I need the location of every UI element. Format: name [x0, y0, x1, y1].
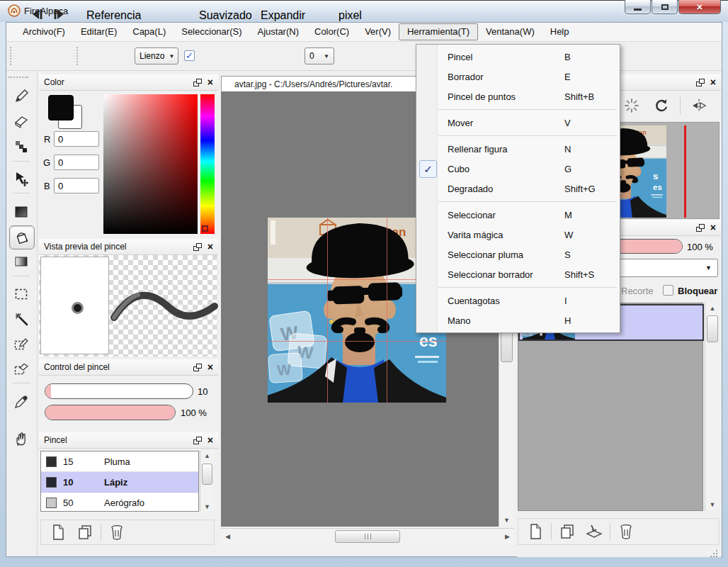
b-value-input[interactable]: [54, 178, 99, 193]
menu-item-cuentagotas[interactable]: Cuentagotas I: [416, 291, 620, 310]
scroll-down-icon[interactable]: ▼: [499, 515, 514, 525]
eraser-tool-button[interactable]: [9, 110, 33, 133]
reset-rotation-button[interactable]: [650, 95, 673, 116]
brush-opacity-slider[interactable]: [45, 405, 176, 420]
float-panel-icon[interactable]: [696, 79, 705, 86]
menu-capa[interactable]: Capa(L): [125, 23, 174, 40]
eyedropper-tool-button[interactable]: [9, 391, 33, 413]
expandir-dropdown[interactable]: 0 ▼: [305, 47, 334, 64]
gradient-tool-button[interactable]: [9, 250, 33, 273]
menu-item-seleccionar-pluma[interactable]: Seleccionar pluma S: [416, 245, 620, 264]
toolstrip-drag-handle[interactable]: [8, 77, 28, 78]
maximize-button[interactable]: [652, 0, 678, 14]
foreground-color-swatch[interactable]: [48, 95, 74, 120]
prev-reference-button[interactable]: [27, 5, 47, 23]
delete-layer-button[interactable]: [615, 521, 637, 542]
select-pen-tool-button[interactable]: [9, 332, 33, 355]
select-eraser-tool-button[interactable]: [9, 357, 33, 380]
next-reference-button[interactable]: [50, 5, 69, 23]
brush-row-aerografo[interactable]: 50 Aerógrafo: [41, 493, 198, 512]
referencia-dropdown[interactable]: Lienzo ▼: [135, 47, 178, 64]
menu-item-borrador[interactable]: Borrador E: [416, 67, 620, 86]
hue-selector[interactable]: [202, 225, 208, 232]
float-panel-icon[interactable]: [193, 243, 202, 251]
filled-rectangle-icon: [13, 203, 30, 220]
toolbar-drag-handle[interactable]: [10, 47, 11, 65]
suavizado-checkbox[interactable]: ✓: [184, 50, 195, 61]
menu-item-cubo[interactable]: ✓ Cubo G: [416, 159, 620, 179]
g-value-input[interactable]: [54, 155, 99, 170]
scrollbar-thumb[interactable]: [707, 315, 718, 342]
magic-wand-tool-button[interactable]: [9, 308, 33, 330]
fill-shape-tool-button[interactable]: [9, 201, 33, 223]
add-brush-button[interactable]: [47, 522, 69, 543]
canvas-hscroll-thumb[interactable]: [335, 530, 400, 543]
brush-size-slider[interactable]: [45, 383, 193, 399]
brush-control-panel-header: Control del pincel ×: [39, 359, 218, 376]
brush-row-pluma[interactable]: 15 Pluma: [41, 451, 198, 472]
flip-horizontal-button[interactable]: [688, 95, 710, 116]
menu-item-rellenar-figura[interactable]: Rellenar figura N: [416, 139, 620, 159]
move-tool-button[interactable]: [9, 168, 33, 191]
menu-ventana[interactable]: Ventana(W): [478, 23, 542, 40]
scroll-down-icon[interactable]: ▼: [705, 499, 720, 510]
close-panel-icon[interactable]: ×: [207, 242, 213, 251]
menu-item-mover[interactable]: Mover V: [416, 113, 620, 133]
scroll-down-icon[interactable]: ▼: [200, 502, 214, 512]
menu-editar[interactable]: Editar(E): [73, 23, 125, 40]
float-panel-icon[interactable]: [696, 224, 705, 232]
toolbar-drag-handle-2[interactable]: [76, 47, 78, 65]
scroll-up-icon[interactable]: ▲: [200, 451, 214, 461]
scroll-left-icon[interactable]: ◀: [222, 529, 233, 544]
layer-list[interactable]: [518, 303, 703, 511]
menu-ajustar[interactable]: Ajustar(N): [249, 23, 307, 40]
scrollbar-thumb[interactable]: [202, 464, 212, 485]
close-panel-icon[interactable]: ×: [710, 223, 716, 232]
minimize-button[interactable]: [625, 0, 651, 14]
menu-ver[interactable]: Ver(V): [357, 23, 399, 40]
scroll-up-icon[interactable]: ▲: [705, 303, 720, 313]
r-value-input[interactable]: [54, 131, 99, 147]
layer-list-scrollbar[interactable]: ▲ ▼: [705, 303, 720, 511]
close-panel-icon[interactable]: ×: [207, 436, 213, 444]
menu-item-varita-magica[interactable]: Varita mágica W: [416, 225, 620, 245]
menu-herramienta[interactable]: Herramienta(T): [399, 23, 478, 40]
delete-brush-button[interactable]: [106, 522, 128, 543]
bucket-tool-button[interactable]: [9, 225, 35, 249]
menu-seleccionar[interactable]: Seleccionar(S): [174, 23, 249, 40]
float-panel-icon[interactable]: [193, 437, 202, 444]
resize-grip[interactable]: [710, 547, 718, 554]
float-panel-icon[interactable]: [193, 79, 202, 86]
float-panel-icon[interactable]: [193, 364, 202, 371]
scroll-right-icon[interactable]: ▶: [502, 529, 513, 544]
menu-item-mano[interactable]: Mano H: [416, 310, 620, 330]
duplicate-layer-button[interactable]: [556, 521, 579, 542]
select-tool-button[interactable]: [9, 283, 33, 305]
brush-list-scrollbar[interactable]: ▲ ▼: [200, 451, 214, 512]
close-panel-icon[interactable]: ×: [207, 78, 213, 86]
close-button[interactable]: ×: [678, 0, 721, 14]
menu-item-pincel[interactable]: Pincel B: [416, 47, 620, 67]
dot-brush-tool-button[interactable]: [9, 135, 33, 158]
bloquear-checkbox[interactable]: [663, 285, 673, 296]
hand-tool-button[interactable]: [9, 428, 33, 451]
canvas-hscrollbar[interactable]: ◀ ▶: [221, 528, 514, 544]
reset-zoom-button[interactable]: [620, 95, 643, 116]
brush-row-lapiz[interactable]: 10 Lápiz: [41, 472, 198, 493]
duplicate-brush-button[interactable]: [74, 522, 96, 543]
add-layer-button[interactable]: [524, 521, 547, 542]
hue-bar[interactable]: [200, 94, 215, 234]
brush-tool-button[interactable]: [9, 85, 33, 108]
merge-layer-button[interactable]: [583, 521, 605, 542]
menu-color[interactable]: Color(C): [307, 23, 357, 40]
menu-item-pincel-de-puntos[interactable]: Pincel de puntos Shift+B: [416, 86, 620, 106]
menu-item-seleccionar[interactable]: Seleccionar M: [416, 205, 620, 225]
menu-item-seleccionar-borrador[interactable]: Seleccionar borrador Shift+S: [416, 264, 620, 284]
menu-archivo[interactable]: Archivo(F): [15, 23, 73, 40]
sv-selector[interactable]: [104, 228, 109, 233]
saturation-value-picker[interactable]: [103, 94, 198, 234]
close-panel-icon[interactable]: ×: [207, 363, 213, 371]
menu-item-degradado[interactable]: Degradado Shift+G: [416, 179, 620, 198]
menu-help[interactable]: Help: [542, 23, 577, 40]
close-panel-icon[interactable]: ×: [710, 78, 716, 86]
